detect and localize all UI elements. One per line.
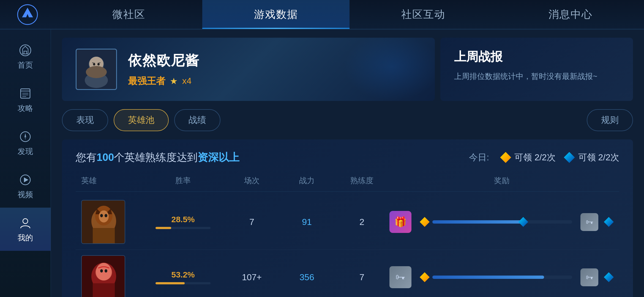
svg-point-36	[100, 269, 103, 273]
rank-title: 最强王者	[128, 75, 165, 87]
sidebar-label-video: 视频	[18, 189, 33, 200]
profile-section: 依然欧尼酱 最强王者 ★ x4 上周战报 上周排位数据统计中，暂时没有最新战报~	[62, 38, 633, 101]
sidebar-label-guide: 攻略	[18, 103, 33, 114]
gray-chest-icon-3: 🗝	[580, 268, 598, 286]
hero-avatar-1	[81, 200, 125, 244]
rank-star-icon: ★	[170, 76, 178, 86]
sidebar-item-home[interactable]: 首页	[0, 35, 51, 78]
compass-icon	[18, 129, 33, 144]
play-icon	[18, 172, 33, 187]
gray-chest-icon: 🗝	[580, 213, 598, 231]
tab-performance[interactable]: 表现	[62, 109, 108, 131]
table-row: 28.5% 7 91 2 🎁 🗝	[76, 194, 619, 250]
profile-info: 依然欧尼酱 最强王者 ★ x4	[128, 51, 200, 87]
sidebar-label-discover: 发现	[18, 146, 33, 157]
count-highlight: 资深以上	[198, 152, 239, 163]
gold-reward-text: 可领 2/2次	[514, 152, 555, 164]
win-rate-bar-2	[155, 282, 211, 284]
th-winrate: 胜率	[142, 175, 224, 186]
power-2: 356	[279, 272, 334, 282]
content-tabs: 表现 英雄池 战绩	[62, 109, 220, 131]
rules-button[interactable]: 规则	[587, 109, 633, 131]
sidebar-item-video[interactable]: 视频	[0, 164, 51, 208]
hero-pool-section: 您有100个英雄熟练度达到资深以上 今日: 可领 2/2次 可领 2/2次 英雄…	[62, 139, 633, 297]
tab-heropool[interactable]: 英雄池	[114, 109, 169, 131]
reward-progress-2: 🗝 🗝	[389, 266, 614, 288]
weekly-report-desc: 上周排位数据统计中，暂时没有最新战报~	[454, 70, 619, 83]
svg-point-28	[99, 210, 109, 222]
svg-rect-3	[21, 89, 30, 98]
svg-point-30	[105, 214, 107, 217]
avatar-frame	[76, 49, 117, 90]
app-logo	[0, 4, 55, 26]
count-prefix: 您有	[76, 152, 97, 163]
win-rate-fill-1	[155, 227, 171, 229]
tab-record[interactable]: 战绩	[174, 109, 220, 131]
gray-chest-icon-2: 🗝	[389, 266, 411, 288]
table-header: 英雄 胜率 场次 战力 熟练度 奖励	[76, 175, 619, 192]
book-icon	[18, 86, 33, 101]
svg-point-0	[18, 5, 37, 24]
svg-rect-25	[93, 228, 115, 244]
avatar	[77, 50, 116, 89]
win-rate-bar-1	[155, 227, 211, 229]
profile-card: 依然欧尼酱 最强王者 ★ x4	[62, 38, 435, 101]
svg-point-13	[23, 219, 28, 224]
tab-xiaoxi[interactable]: 消息中心	[497, 0, 644, 29]
win-rate-col-2: 53.2%	[142, 270, 224, 284]
svg-marker-12	[24, 177, 28, 182]
tab-shequ[interactable]: 社区互动	[350, 0, 497, 29]
hero-count-text: 您有100个英雄熟练度达到资深以上	[76, 150, 239, 164]
top-navigation: 微社区 游戏数据 社区互动 消息中心	[0, 0, 644, 29]
progress-track-2	[432, 276, 572, 279]
win-rate-text-2: 53.2%	[171, 270, 195, 279]
mastery-1: 2	[334, 217, 389, 227]
progress-start-gem	[420, 217, 430, 227]
svg-rect-2	[24, 51, 27, 54]
svg-point-22	[97, 63, 100, 65]
svg-point-35	[96, 263, 111, 280]
purple-chest-icon: 🎁	[389, 211, 411, 233]
progress-mid-gem	[518, 217, 528, 227]
end-gem-icon-2	[604, 272, 614, 282]
sidebar-item-guide[interactable]: 攻略	[0, 78, 51, 121]
reward-item-blue: 可领 2/2次	[564, 152, 619, 164]
profile-name: 依然欧尼酱	[128, 51, 200, 70]
sidebar-label-mine: 我的	[18, 233, 33, 243]
tab-youxishuju[interactable]: 游戏数据	[202, 0, 350, 29]
power-1: 91	[279, 217, 334, 227]
hero-count: 100	[97, 152, 114, 163]
gold-gem-icon	[500, 152, 511, 163]
nav-tab-group: 微社区 游戏数据 社区互动 消息中心	[55, 0, 644, 29]
win-rate-text-1: 28.5%	[171, 215, 195, 224]
svg-point-29	[100, 214, 103, 217]
hero-avatar-2	[81, 255, 125, 297]
mid-gem-icon	[518, 217, 528, 227]
win-rate-col-1: 28.5%	[142, 215, 224, 229]
today-label: 今日:	[469, 152, 489, 164]
progress-fill	[432, 220, 523, 224]
th-reward: 奖励	[389, 175, 614, 186]
mastery-2: 7	[334, 272, 389, 282]
th-hero: 英雄	[81, 175, 142, 186]
games-1: 7	[224, 217, 279, 227]
svg-point-18	[86, 66, 107, 78]
sidebar-label-home: 首页	[18, 60, 33, 70]
tab-weishequ[interactable]: 微社区	[55, 0, 202, 29]
sidebar-item-mine[interactable]: 我的	[0, 208, 51, 251]
end-gem-icon	[604, 217, 614, 227]
reward-progress-1: 🎁 🗝	[389, 211, 614, 233]
svg-rect-33	[93, 283, 115, 297]
sidebar: 首页 攻略 发现	[0, 29, 51, 297]
rank-count: x4	[182, 76, 192, 86]
daily-rewards: 今日: 可领 2/2次 可领 2/2次	[469, 152, 619, 164]
progress-fill-2	[432, 276, 544, 279]
games-2: 107+	[224, 272, 279, 282]
profile-rank: 最强王者 ★ x4	[128, 75, 200, 87]
sidebar-item-discover[interactable]: 发现	[0, 121, 51, 164]
svg-point-37	[105, 269, 107, 273]
user-icon	[18, 215, 33, 230]
th-mastery: 熟练度	[334, 175, 389, 186]
svg-point-21	[93, 63, 95, 65]
main-content: 依然欧尼酱 最强王者 ★ x4 上周战报 上周排位数据统计中，暂时没有最新战报~…	[51, 29, 644, 297]
